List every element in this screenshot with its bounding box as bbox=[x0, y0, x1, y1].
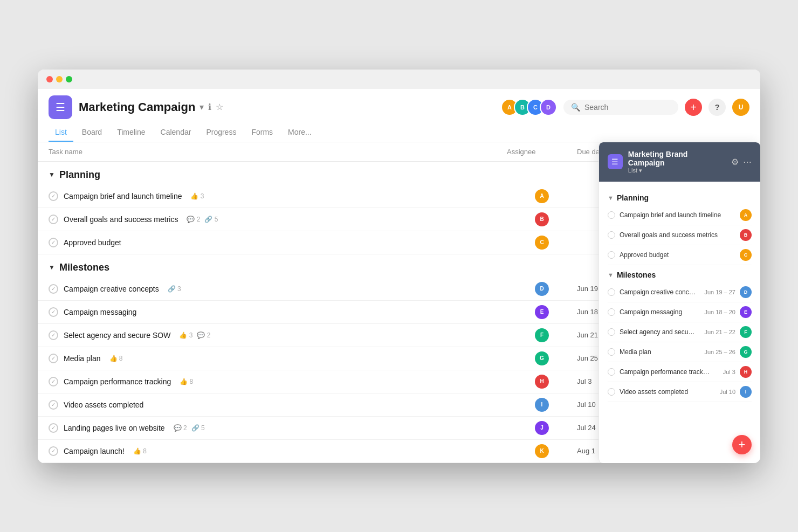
title-bar bbox=[38, 70, 760, 89]
assignee-cell: H bbox=[507, 375, 577, 389]
search-icon: 🔍 bbox=[571, 103, 580, 112]
panel-assignee-avatar: E bbox=[740, 306, 752, 318]
panel-body: ▼ Planning Campaign brief and launch tim… bbox=[599, 182, 760, 409]
panel-task-row[interactable]: Campaign brief and launch timeline A bbox=[608, 205, 752, 225]
assignee-avatar: K bbox=[535, 444, 549, 458]
assignee-cell: G bbox=[507, 351, 577, 365]
search-input[interactable] bbox=[584, 103, 671, 112]
dropdown-icon[interactable]: ▾ bbox=[200, 102, 204, 112]
tab-more[interactable]: More... bbox=[281, 123, 318, 142]
collapse-planning-icon[interactable]: ▼ bbox=[49, 171, 55, 178]
panel-assignee-avatar: C bbox=[740, 249, 752, 261]
tab-timeline[interactable]: Timeline bbox=[111, 123, 152, 142]
panel-task-check bbox=[608, 348, 615, 356]
panel-task-row[interactable]: Campaign performance track… Jul 3 H bbox=[608, 362, 752, 382]
info-icon[interactable]: ℹ bbox=[208, 102, 211, 112]
panel-task-row[interactable]: Approved budget C bbox=[608, 245, 752, 265]
panel-assignee-avatar: I bbox=[740, 386, 752, 398]
task-check[interactable]: ✓ bbox=[49, 238, 58, 247]
panel-task-date: Jun 21 – 22 bbox=[705, 329, 736, 335]
project-title: Marketing Campaign bbox=[79, 100, 195, 114]
panel-collapse-milestones[interactable]: ▼ bbox=[608, 272, 614, 278]
app-title-area: ☰ Marketing Campaign ▾ ℹ ☆ bbox=[49, 95, 223, 119]
assignee-avatar: H bbox=[535, 375, 549, 389]
link-meta: 🔗 5 bbox=[191, 424, 205, 432]
task-check[interactable]: ✓ bbox=[49, 215, 58, 224]
task-check[interactable]: ✓ bbox=[49, 284, 58, 294]
task-check[interactable]: ✓ bbox=[49, 400, 58, 410]
panel-collapse-planning[interactable]: ▼ bbox=[608, 195, 614, 201]
panel-task-row[interactable]: Media plan Jun 25 – 26 G bbox=[608, 342, 752, 362]
header-right: A B C D 🔍 + ? U bbox=[501, 99, 749, 116]
task-check[interactable]: ✓ bbox=[49, 377, 58, 386]
panel-task-name: Campaign performance track… bbox=[620, 368, 719, 376]
tab-progress[interactable]: Progress bbox=[200, 123, 243, 142]
panel-task-name: Campaign messaging bbox=[620, 308, 700, 316]
collapse-milestones-icon[interactable]: ▼ bbox=[49, 264, 55, 271]
user-avatar[interactable]: U bbox=[732, 99, 749, 116]
tab-list[interactable]: List bbox=[49, 123, 73, 142]
task-name: Approved budget bbox=[64, 238, 121, 247]
panel-filter-icon[interactable]: ⚙ bbox=[731, 157, 739, 167]
close-button[interactable] bbox=[46, 76, 53, 82]
star-icon[interactable]: ☆ bbox=[216, 102, 223, 112]
panel-task-row[interactable]: Campaign messaging Jun 18 – 20 E bbox=[608, 302, 752, 322]
col-task-name: Task name bbox=[49, 148, 507, 156]
comment-meta: 💬 2 bbox=[197, 331, 210, 339]
panel-task-check bbox=[608, 231, 615, 239]
minimize-button[interactable] bbox=[56, 76, 63, 82]
panel-fab-button[interactable]: + bbox=[732, 435, 752, 454]
assignee-cell: K bbox=[507, 444, 577, 458]
content-area: Task name Assignee Due date Status ▼ Pla… bbox=[38, 142, 760, 463]
like-meta: 👍 8 bbox=[133, 447, 147, 455]
task-name: Campaign creative concepts bbox=[64, 285, 159, 293]
panel-task-date: Jun 18 – 20 bbox=[705, 309, 736, 315]
task-check[interactable]: ✓ bbox=[49, 330, 58, 340]
panel-section-milestones-title: Milestones bbox=[617, 271, 656, 279]
assignee-avatar: F bbox=[535, 328, 549, 342]
task-check[interactable]: ✓ bbox=[49, 307, 58, 317]
task-name: Landing pages live on website bbox=[64, 424, 165, 432]
assignee-avatar: C bbox=[535, 236, 549, 250]
panel-section-planning: ▼ Planning bbox=[608, 188, 752, 205]
link-meta: 🔗 5 bbox=[204, 216, 218, 223]
panel-task-row[interactable]: Overall goals and success metrics B bbox=[608, 225, 752, 245]
add-button[interactable]: + bbox=[685, 99, 702, 116]
panel-assignee-avatar: D bbox=[740, 286, 752, 298]
tab-forms[interactable]: Forms bbox=[245, 123, 279, 142]
tab-calendar[interactable]: Calendar bbox=[154, 123, 198, 142]
panel-assignee-avatar: H bbox=[740, 366, 752, 378]
help-button[interactable]: ? bbox=[708, 99, 726, 116]
panel-task-row[interactable]: Campaign creative conc… Jun 19 – 27 D bbox=[608, 282, 752, 302]
task-check[interactable]: ✓ bbox=[49, 423, 58, 433]
assignee-cell: F bbox=[507, 328, 577, 342]
panel-task-row[interactable]: Video assets completed Jul 10 I bbox=[608, 382, 752, 402]
panel-task-date: Jun 25 – 26 bbox=[705, 349, 736, 355]
task-check[interactable]: ✓ bbox=[49, 354, 58, 363]
assignee-cell: A bbox=[507, 189, 577, 203]
assignee-cell: D bbox=[507, 282, 577, 296]
search-bar[interactable]: 🔍 bbox=[563, 100, 678, 115]
panel-assignee-avatar: G bbox=[740, 346, 752, 358]
task-check[interactable]: ✓ bbox=[49, 191, 58, 201]
panel-task-date: Jul 10 bbox=[720, 389, 735, 395]
task-name: Campaign launch! bbox=[64, 447, 125, 455]
panel-task-date: Jul 3 bbox=[723, 369, 735, 375]
task-meta: 👍 8 bbox=[180, 378, 193, 385]
right-panel: ☰ Marketing Brand Campaign List ▾ ⚙ ⋯ ▼ … bbox=[598, 142, 760, 463]
task-name: Campaign messaging bbox=[64, 308, 136, 316]
panel-task-row[interactable]: Select agency and secu… Jun 21 – 22 F bbox=[608, 322, 752, 342]
panel-task-check bbox=[608, 308, 615, 316]
assignee-cell: B bbox=[507, 212, 577, 226]
app-header: ☰ Marketing Campaign ▾ ℹ ☆ A B bbox=[38, 89, 760, 142]
assignee-avatar: I bbox=[535, 398, 549, 412]
comment-meta: 💬 2 bbox=[187, 216, 200, 223]
assignee-cell: J bbox=[507, 421, 577, 435]
task-check[interactable]: ✓ bbox=[49, 446, 58, 456]
maximize-button[interactable] bbox=[66, 76, 72, 82]
panel-more-icon[interactable]: ⋯ bbox=[743, 157, 752, 167]
panel-assignee-avatar: B bbox=[740, 229, 752, 241]
tab-board[interactable]: Board bbox=[75, 123, 108, 142]
traffic-lights bbox=[46, 76, 72, 82]
panel-app-icon: ☰ bbox=[608, 154, 623, 169]
